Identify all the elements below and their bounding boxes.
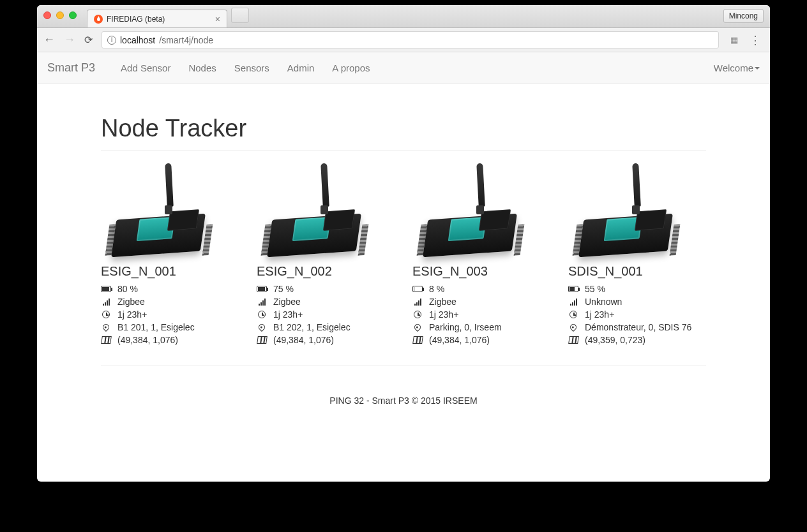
battery-icon [568,286,578,292]
node-location: Démonstrateur, 0, SDIS 76 [585,322,691,332]
node-coords: (49,359, 0,723) [585,335,645,345]
browser-tab[interactable]: FIREDIAG (beta) × [87,10,227,27]
page-title: Node Tracker [101,115,706,151]
node-location: B1 201, 1, Esigelec [117,322,195,332]
node-uptime: 1j 23h+ [429,309,458,320]
brand[interactable]: Smart P3 [47,61,95,75]
node-image [419,162,527,258]
profile-badge[interactable]: Mincong [723,9,764,23]
close-window-button[interactable] [43,11,51,19]
clock-icon [568,311,578,318]
node-battery: 8 % [429,284,444,294]
extension-icon[interactable]: ▦ [730,35,738,45]
welcome-dropdown[interactable]: Welcome [714,63,760,73]
back-button[interactable]: ← [43,33,55,47]
close-tab-button[interactable]: × [215,14,220,24]
node-card[interactable]: ESIG_N_001 80 % Zigbee 1j 23h+ B1 201, 1… [101,162,239,348]
node-uptime: 1j 23h+ [273,309,303,320]
node-name: ESIG_N_001 [101,264,239,279]
welcome-label: Welcome [714,63,753,73]
node-grid: ESIG_N_001 80 % Zigbee 1j 23h+ B1 201, 1… [101,162,706,366]
node-card[interactable]: ESIG_N_003 8 % Zigbee 1j 23h+ Parking, 0… [412,162,550,348]
new-tab-button[interactable] [231,8,249,23]
pin-icon [257,324,267,330]
node-network: Zigbee [117,297,145,307]
nav-add-sensor[interactable]: Add Sensor [112,63,179,73]
node-uptime: 1j 23h+ [117,309,147,320]
map-icon [257,336,267,344]
signal-icon [568,298,578,306]
clock-icon [101,311,111,318]
nav-nodes[interactable]: Nodes [179,63,225,73]
minimize-window-button[interactable] [56,11,64,19]
battery-icon [257,286,267,292]
flame-icon [94,15,103,24]
window-controls [43,11,77,19]
pin-icon [412,324,423,330]
node-image [263,162,372,258]
reload-button[interactable]: ⟳ [84,34,93,46]
nav-sensors[interactable]: Sensors [225,63,278,73]
address-bar[interactable]: i localhost/smart4j/node [102,31,719,48]
signal-icon [101,298,111,306]
node-location: Parking, 0, Irseem [429,322,502,332]
node-name: SDIS_N_001 [568,264,706,279]
browser-window: FIREDIAG (beta) × Mincong ← → ⟳ i localh… [37,5,770,482]
map-icon [412,336,423,344]
url-host: localhost [120,35,155,45]
signal-icon [412,298,423,306]
battery-icon [412,286,423,292]
url-path: /smart4j/node [159,35,213,45]
node-image [575,162,683,258]
zoom-window-button[interactable] [69,11,77,19]
map-icon [568,336,578,344]
titlebar: FIREDIAG (beta) × Mincong [37,5,770,28]
map-icon [101,336,111,344]
node-name: ESIG_N_002 [257,264,395,279]
page-content: Node Tracker ESIG_N_001 80 % Zigbee 1j 2… [37,84,770,482]
node-coords: (49,384, 1,076) [273,335,334,345]
pin-icon [568,324,578,330]
battery-icon [101,286,111,292]
clock-icon [412,311,423,318]
node-battery: 55 % [585,284,605,294]
node-network: Unknown [585,297,622,307]
node-battery: 80 % [117,284,138,294]
app-navbar: Smart P3 Add Sensor Nodes Sensors Admin … [37,52,770,84]
clock-icon [257,311,267,318]
node-location: B1 202, 1, Esigelec [273,322,351,332]
node-uptime: 1j 23h+ [585,309,614,320]
page-footer: PING 32 - Smart P3 © 2015 IRSEEM [101,366,706,420]
pin-icon [101,324,111,330]
node-card[interactable]: SDIS_N_001 55 % Unknown 1j 23h+ Démonstr… [568,162,706,348]
node-network: Zigbee [273,297,301,307]
nav-admin[interactable]: Admin [278,63,324,73]
browser-toolbar: ← → ⟳ i localhost/smart4j/node ▦ ⋮ [37,28,770,52]
node-card[interactable]: ESIG_N_002 75 % Zigbee 1j 23h+ B1 202, 1… [257,162,395,348]
tab-title: FIREDIAG (beta) [107,15,165,24]
forward-button[interactable]: → [64,33,75,47]
browser-menu-button[interactable]: ⋮ [747,33,764,47]
caret-down-icon [755,67,760,70]
node-network: Zigbee [429,297,456,307]
node-name: ESIG_N_003 [412,264,550,279]
signal-icon [257,298,267,306]
site-info-icon[interactable]: i [107,36,116,45]
node-battery: 75 % [273,284,294,294]
node-coords: (49,384, 1,076) [117,335,178,345]
nav-about[interactable]: A propos [323,63,379,73]
node-coords: (49,384, 1,076) [429,335,490,345]
node-image [107,162,216,258]
